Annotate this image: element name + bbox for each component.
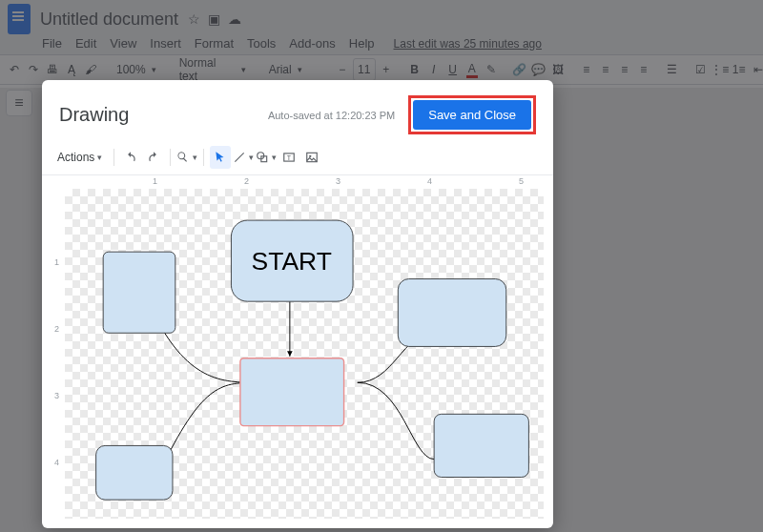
drawing-dialog: Drawing Auto-saved at 12:20:23 PM Save a…: [42, 80, 553, 528]
shape-left-bottom[interactable]: [96, 445, 173, 500]
dialog-title: Drawing: [59, 104, 129, 126]
ruler-tick: 4: [54, 458, 59, 467]
drawing-canvas[interactable]: START: [65, 189, 544, 519]
shape-center-selected[interactable]: [240, 358, 344, 426]
shape-tool-icon[interactable]: [256, 146, 277, 169]
ruler-tick: 5: [519, 176, 524, 186]
ruler-tick: 4: [427, 176, 432, 186]
svg-point-5: [309, 155, 311, 157]
select-tool-icon[interactable]: [210, 146, 231, 169]
drawing-canvas-area: 1 2 3 4 5 1 2 3 4: [52, 175, 544, 519]
ruler-tick: 3: [336, 176, 340, 186]
redo-icon[interactable]: [143, 146, 164, 169]
svg-text:T: T: [287, 154, 292, 161]
drawing-toolbar: Actions T: [42, 144, 553, 175]
shape-start[interactable]: START: [231, 220, 353, 301]
vertical-ruler: 1 2 3 4: [52, 189, 66, 519]
start-label: START: [252, 247, 332, 276]
horizontal-ruler: 1 2 3 4 5: [65, 175, 544, 190]
save-and-close-button[interactable]: Save and Close: [413, 100, 531, 130]
textbox-tool-icon[interactable]: T: [278, 146, 299, 169]
shape-left-top[interactable]: [103, 252, 175, 333]
ruler-tick: 2: [244, 176, 249, 186]
connector[interactable]: [358, 382, 434, 459]
autosave-status: Auto-saved at 12:20:23 PM: [268, 110, 395, 121]
line-tool-icon[interactable]: [233, 146, 254, 169]
ruler-tick: 1: [153, 176, 157, 186]
undo-icon[interactable]: [120, 146, 141, 169]
zoom-dropdown[interactable]: [176, 146, 197, 169]
shape-right-top[interactable]: [398, 279, 505, 347]
ruler-tick: 3: [54, 391, 59, 400]
drawing-svg: START: [65, 189, 544, 519]
ruler-tick: 2: [54, 324, 59, 334]
image-tool-icon[interactable]: [301, 146, 322, 169]
shape-right-bottom[interactable]: [434, 414, 528, 477]
ruler-tick: 1: [54, 257, 59, 267]
save-button-highlight: Save and Close: [408, 95, 536, 134]
actions-dropdown[interactable]: Actions: [52, 146, 108, 169]
